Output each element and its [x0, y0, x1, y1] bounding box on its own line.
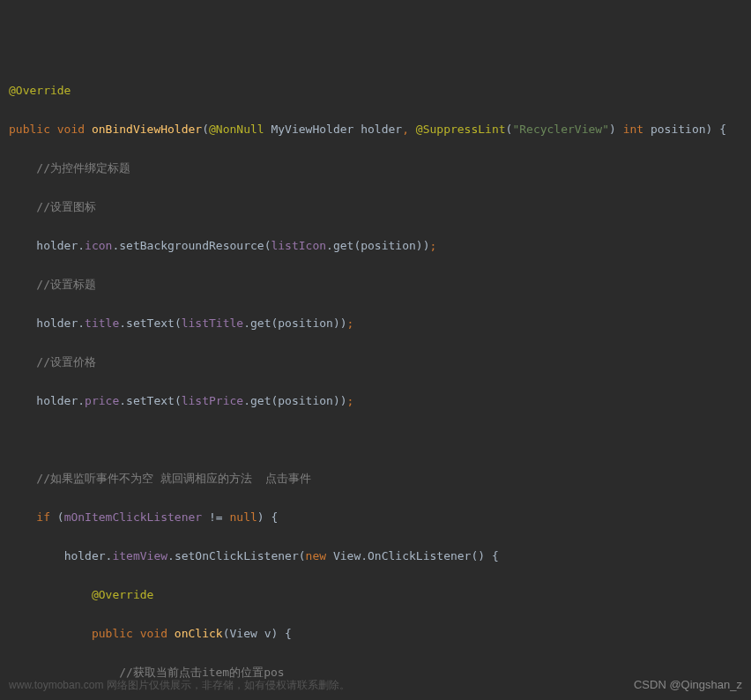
code-line: //为控件绑定标题 — [0, 159, 751, 178]
code-line — [0, 430, 751, 450]
code-line: if (mOnItemClickListener != null) { — [0, 508, 751, 527]
code-line: holder.icon.setBackgroundResource(listIc… — [0, 236, 751, 256]
code-line: //设置标题 — [0, 275, 751, 294]
code-line: @Override — [0, 81, 751, 101]
code-line: //设置图标 — [0, 197, 751, 217]
code-line: holder.title.setText(listTitle.get(posit… — [0, 314, 751, 333]
code-line: //如果监听事件不为空 就回调相应的方法 点击事件 — [0, 469, 751, 488]
code-line: @Override — [0, 585, 751, 605]
watermark-right: CSDN @Qingshan_z — [634, 675, 742, 695]
code-line: public void onBindViewHolder(@NonNull My… — [0, 120, 751, 139]
annotation: @Override — [9, 84, 71, 97]
code-line: holder.itemView.setOnClickListener(new V… — [0, 547, 751, 566]
watermark-left: www.toymoban.com 网络图片仅供展示，非存储，如有侵权请联系删除。 — [9, 675, 350, 695]
code-line: //设置价格 — [0, 353, 751, 372]
code-line: public void onClick(View v) { — [0, 624, 751, 644]
code-line: holder.price.setText(listPrice.get(posit… — [0, 391, 751, 411]
